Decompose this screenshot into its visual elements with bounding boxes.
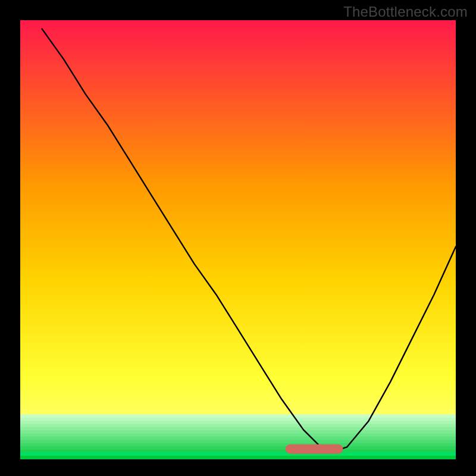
svg-rect-5 (20, 430, 456, 434)
svg-rect-9 (20, 443, 456, 447)
svg-rect-13 (20, 456, 456, 459)
svg-rect-3 (20, 424, 456, 428)
svg-rect-0 (20, 414, 456, 418)
svg-rect-7 (20, 437, 456, 440)
watermark-text: TheBottleneck.com (343, 4, 468, 20)
svg-rect-6 (20, 434, 456, 437)
chart-stage: TheBottleneck.com (0, 0, 476, 476)
svg-rect-1 (20, 418, 456, 421)
svg-rect-14 (20, 452, 456, 456)
bottleneck-chart (0, 0, 476, 476)
plot-background (20, 20, 456, 456)
plot-area (20, 20, 456, 459)
svg-rect-10 (20, 446, 456, 450)
svg-rect-2 (20, 421, 456, 424)
svg-rect-8 (20, 440, 456, 443)
green-bands (20, 414, 456, 459)
svg-rect-4 (20, 427, 456, 431)
